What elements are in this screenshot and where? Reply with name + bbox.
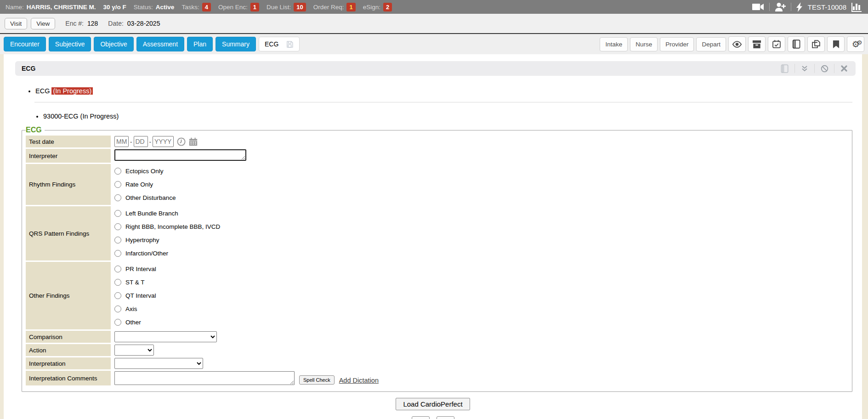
comparison-select[interactable] [114,331,217,342]
qrs-radio-3[interactable] [114,250,121,257]
radio-option[interactable]: Infarction/Other [114,247,848,260]
other-radio-3[interactable] [114,306,121,312]
interpretation-select[interactable] [114,358,203,369]
action-select[interactable] [114,345,154,356]
esign-label: eSign: [363,4,380,11]
save-form-button[interactable] [437,416,454,419]
tab-plan[interactable]: Plan [187,37,213,51]
radio-option[interactable]: Hypertrophy [114,233,848,247]
tab-assessment[interactable]: Assessment [136,37,184,51]
radio-option[interactable]: QT Interval [114,289,848,302]
patient-bar-right: TEST-10008 [752,2,862,12]
journal-icon-disabled-button[interactable] [775,61,794,76]
eye-icon-button[interactable] [728,36,746,52]
nurse-button[interactable]: Nurse [630,37,658,51]
rhythm-radio-0[interactable] [114,168,121,175]
radio-option[interactable]: Left Bundle Branch [114,207,848,220]
interpretation-comments-label: Interpretation Comments [26,371,111,385]
open-enc-badge[interactable]: 1 [250,3,259,11]
radio-option[interactable]: Rate Only [114,178,848,191]
load-cardioperfect-button[interactable]: Load CardioPerfect [396,398,470,410]
test-date-mm-input[interactable] [114,136,129,147]
clock-icon[interactable] [177,137,186,146]
tab-subjective[interactable]: Subjective [49,37,91,51]
status-label: Status: [134,4,153,11]
test-date-dd-input[interactable] [134,136,148,147]
due-list-counter: Due List: 10 [267,3,306,11]
esign-badge[interactable]: 2 [383,3,392,11]
tasks-counter: Tasks: 4 [182,3,211,11]
cancel-section-button[interactable] [815,61,834,76]
cancel-ban-icon [821,65,828,73]
radio-option[interactable]: ST & T [114,276,848,289]
test-date-yyyy-input[interactable] [153,136,174,147]
archive-box-icon-button[interactable] [748,36,766,52]
rhythm-findings-label: Rhythm Findings [26,164,111,205]
order-parent-item[interactable]: ECG (In Progress) [35,87,862,95]
tasks-badge[interactable]: 4 [202,3,211,11]
add-dictation-link[interactable]: Add Dictation [339,377,379,384]
copy-pages-icon-button[interactable] [807,36,825,52]
date-value: 03-28-2025 [127,20,160,27]
interpreter-input[interactable] [114,149,246,161]
intake-button[interactable]: Intake [600,37,628,51]
bar-chart-icon[interactable] [851,2,862,12]
tab-encounter[interactable]: Encounter [4,37,46,51]
copy-pages-icon [811,40,821,49]
radio-label: Left Bundle Branch [125,210,178,217]
collapse-section-button[interactable] [795,61,814,76]
rhythm-radio-2[interactable] [114,194,121,201]
calendar-check-icon-button[interactable] [768,36,785,52]
tab-objective[interactable]: Objective [94,37,133,51]
ecg-form-fieldset: ECG Test date - - [22,126,852,392]
qrs-radio-2[interactable] [114,237,121,243]
calendar-picker-icon[interactable] [189,137,198,146]
order-child-item[interactable]: 93000-ECG (In Progress) [43,113,862,120]
radio-option[interactable]: Ectopics Only [114,164,848,178]
spell-check-button[interactable]: Spell Check [299,375,335,385]
radio-label: Infarction/Other [125,250,168,257]
interpretation-comments-row: Interpretation Comments Spell Check Add … [26,371,848,385]
content-area: ECG [0,54,868,419]
journal-icon [781,64,789,73]
action-label: Action [26,344,111,356]
radio-option[interactable]: PR Interval [114,262,848,276]
rhythm-radio-1[interactable] [114,181,121,188]
order-req-counter: Order Req: 1 [313,3,356,11]
close-section-button[interactable] [834,61,854,76]
radio-label: QT Interval [125,292,156,299]
due-list-label: Due List: [267,4,291,11]
collapse-form-button[interactable] [412,416,430,419]
radio-option[interactable]: Right BBB, Incomplete BBB, IVCD [114,220,848,233]
radio-option[interactable]: Other [114,316,848,329]
settings-gears-icon-button[interactable]: ⚙⚙ [847,36,864,52]
video-camera-icon[interactable] [752,3,764,11]
other-radio-4[interactable] [114,319,121,326]
status-value: Active [156,4,175,11]
user-plus-icon[interactable] [775,2,786,11]
interpretation-comments-input[interactable] [114,371,295,385]
journal-icon-button[interactable] [788,36,805,52]
radio-option[interactable]: Other Disturbance [114,191,848,204]
other-radio-1[interactable] [114,279,121,286]
name-label: Name: [6,4,24,11]
provider-button[interactable]: Provider [660,37,694,51]
order-req-badge[interactable]: 1 [346,3,355,11]
radio-option[interactable]: Axis [114,302,848,316]
tab-ecg-active[interactable]: ECG [259,37,300,51]
bookmark-icon-button[interactable] [827,36,845,52]
save-floppy-icon[interactable] [286,40,294,48]
other-radio-2[interactable] [114,292,121,299]
tab-summary[interactable]: Summary [216,37,256,51]
status-group: Status: Active [134,4,175,11]
visit-button[interactable]: Visit [5,18,27,29]
depart-button[interactable]: Depart [696,37,726,51]
due-list-badge[interactable]: 10 [294,3,306,11]
lightning-bolt-icon[interactable] [796,2,803,12]
other-radio-0[interactable] [114,266,121,272]
qrs-radio-0[interactable] [114,210,121,217]
qrs-radio-1[interactable] [114,223,121,230]
list-separator [34,102,852,102]
view-button[interactable]: View [31,18,55,29]
esign-counter: eSign: 2 [363,3,392,11]
